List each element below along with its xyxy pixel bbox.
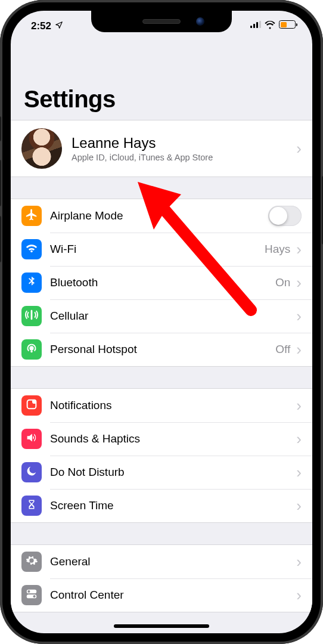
settings-row-notif[interactable]: Notifications› bbox=[11, 389, 312, 422]
row-label: Wi-Fi bbox=[50, 243, 265, 256]
row-value: Off bbox=[275, 343, 290, 356]
hotspot-icon bbox=[21, 339, 42, 360]
group-gap bbox=[11, 523, 312, 544]
account-group: Leanne Hays Apple ID, iCloud, iTunes & A… bbox=[11, 120, 312, 177]
settings-group-connectivity: Airplane ModeWi-FiHays›BluetoothOn›Cellu… bbox=[11, 199, 312, 367]
chevron-right-icon: › bbox=[296, 554, 302, 569]
notch bbox=[91, 11, 232, 32]
chevron-right-icon: › bbox=[296, 342, 302, 357]
page-title: Settings bbox=[24, 86, 299, 113]
volume-up-button bbox=[0, 160, 1, 206]
settings-row-dnd[interactable]: Do Not Disturb› bbox=[11, 456, 312, 489]
row-label: Control Center bbox=[50, 589, 295, 602]
front-camera bbox=[196, 17, 204, 26]
home-indicator[interactable] bbox=[114, 624, 209, 628]
bluetooth-icon bbox=[21, 273, 42, 293]
status-time: 2:52 bbox=[31, 20, 51, 32]
settings-row-airplane[interactable]: Airplane Mode bbox=[11, 199, 312, 233]
phone-frame: 2:52 Settings Leanne Hays bbox=[0, 0, 323, 644]
settings-group-notifications: Notifications›Sounds & Haptics›Do Not Di… bbox=[11, 388, 312, 523]
settings-row-bt[interactable]: BluetoothOn› bbox=[11, 266, 312, 299]
chevron-right-icon: › bbox=[296, 141, 302, 156]
control-center-icon bbox=[21, 585, 42, 605]
sounds-icon bbox=[21, 429, 42, 449]
avatar bbox=[21, 128, 62, 169]
settings-row-general[interactable]: General› bbox=[11, 545, 312, 578]
notifications-icon bbox=[21, 395, 42, 416]
row-label: Do Not Disturb bbox=[50, 466, 295, 479]
row-label: Screen Time bbox=[50, 499, 295, 512]
gear-icon bbox=[21, 552, 42, 572]
row-value: Hays bbox=[265, 243, 290, 256]
settings-row-cell[interactable]: Cellular› bbox=[11, 299, 312, 333]
chevron-right-icon: › bbox=[296, 275, 302, 290]
mute-switch bbox=[0, 116, 1, 141]
group-gap bbox=[11, 177, 312, 199]
chevron-right-icon: › bbox=[296, 465, 302, 480]
chevron-right-icon: › bbox=[296, 242, 302, 257]
wifi-icon bbox=[21, 239, 42, 259]
row-label: General bbox=[50, 555, 295, 568]
battery-icon bbox=[279, 20, 296, 29]
account-subtitle: Apple ID, iCloud, iTunes & App Store bbox=[72, 153, 295, 162]
moon-icon bbox=[21, 462, 42, 482]
row-label: Cellular bbox=[50, 309, 295, 323]
cellular-signal-icon bbox=[250, 21, 261, 28]
group-gap bbox=[11, 367, 312, 388]
row-label: Bluetooth bbox=[50, 276, 275, 289]
hourglass-icon bbox=[21, 496, 42, 516]
chevron-right-icon: › bbox=[296, 431, 302, 447]
row-label: Airplane Mode bbox=[50, 209, 268, 222]
row-label: Personal Hotspot bbox=[50, 343, 275, 356]
chevron-right-icon: › bbox=[296, 308, 302, 324]
row-value: On bbox=[275, 276, 290, 289]
account-name: Leanne Hays bbox=[72, 135, 295, 151]
account-row[interactable]: Leanne Hays Apple ID, iCloud, iTunes & A… bbox=[11, 120, 312, 177]
settings-row-st[interactable]: Screen Time› bbox=[11, 489, 312, 522]
cellular-icon bbox=[21, 306, 42, 326]
svg-point-5 bbox=[33, 595, 36, 597]
wifi-status-icon bbox=[265, 20, 275, 29]
svg-point-3 bbox=[27, 590, 30, 593]
airplane-icon bbox=[21, 206, 42, 226]
chevron-right-icon: › bbox=[296, 498, 302, 513]
chevron-right-icon: › bbox=[296, 398, 302, 413]
settings-row-wifi[interactable]: Wi-FiHays› bbox=[11, 233, 312, 266]
volume-down-button bbox=[0, 216, 1, 262]
chevron-right-icon: › bbox=[296, 587, 302, 603]
page-header: Settings bbox=[11, 39, 312, 120]
settings-row-sounds[interactable]: Sounds & Haptics› bbox=[11, 422, 312, 456]
settings-row-hotspot[interactable]: Personal HotspotOff› bbox=[11, 333, 312, 366]
screen: 2:52 Settings Leanne Hays bbox=[11, 11, 312, 633]
row-label: Sounds & Haptics bbox=[50, 432, 295, 445]
settings-row-cc[interactable]: Control Center› bbox=[11, 578, 312, 612]
settings-group-general: General›Control Center› bbox=[11, 544, 312, 612]
svg-point-1 bbox=[32, 400, 36, 404]
location-arrow-icon bbox=[55, 20, 63, 32]
speaker-grille bbox=[142, 19, 181, 24]
row-label: Notifications bbox=[50, 399, 295, 412]
toggle-airplane[interactable] bbox=[268, 206, 302, 226]
